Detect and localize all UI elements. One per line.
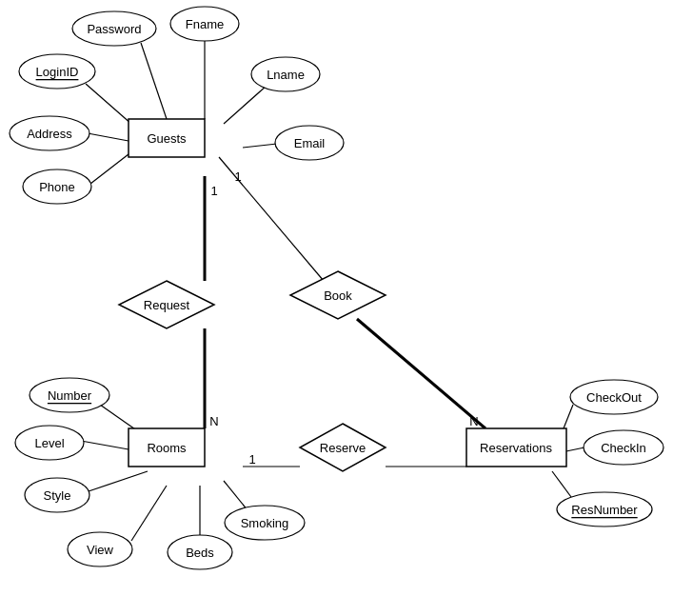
beds-label: Beds — [186, 546, 214, 560]
loginid-label: LoginID — [36, 65, 79, 79]
svg-text:N: N — [469, 414, 478, 428]
svg-line-15 — [89, 471, 148, 491]
smoking-label: Smoking — [241, 516, 289, 530]
svg-line-21 — [552, 471, 571, 497]
level-label: Level — [34, 436, 64, 450]
lname-label: Lname — [267, 68, 305, 82]
guests-label: Guests — [147, 131, 187, 146]
book-label: Book — [324, 288, 352, 303]
rooms-label: Rooms — [147, 441, 187, 455]
svg-text:1: 1 — [248, 452, 255, 467]
request-label: Request — [144, 298, 190, 312]
resnumber-label: ResNumber — [571, 503, 638, 517]
svg-line-3 — [224, 86, 267, 124]
svg-line-1 — [141, 43, 167, 119]
svg-text:1: 1 — [210, 184, 217, 198]
email-label: Email — [294, 136, 326, 150]
fname-label: Fname — [186, 17, 224, 31]
svg-text:1: 1 — [234, 169, 241, 184]
svg-line-6 — [90, 154, 129, 184]
address-label: Address — [27, 127, 72, 141]
er-diagram: 1 N 1 N 1 1 Guests Rooms Reservations Re… — [0, 0, 693, 616]
svg-text:N: N — [209, 414, 218, 428]
svg-line-14 — [81, 441, 129, 449]
checkin-label: CheckIn — [601, 441, 646, 455]
svg-line-10 — [357, 319, 485, 428]
phone-label: Phone — [39, 180, 75, 194]
checkout-label: CheckOut — [586, 390, 642, 405]
reservations-label: Reservations — [480, 441, 552, 455]
number-label: Number — [48, 388, 92, 403]
svg-line-5 — [88, 133, 129, 141]
svg-line-16 — [131, 486, 167, 541]
style-label: Style — [44, 488, 71, 503]
password-label: Password — [87, 22, 141, 36]
reserve-label: Reserve — [320, 441, 366, 455]
view-label: View — [87, 543, 114, 557]
